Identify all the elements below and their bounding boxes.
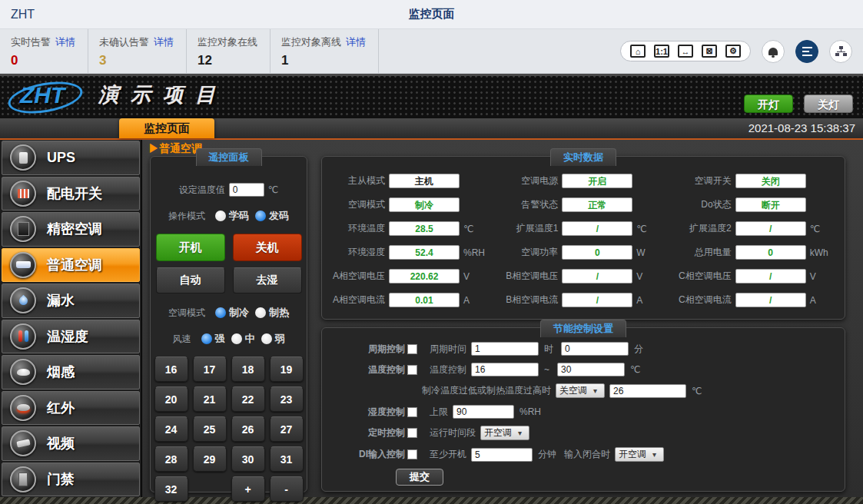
temp-button-32[interactable]: 32 bbox=[154, 476, 188, 502]
min-runtime-input[interactable] bbox=[471, 448, 533, 462]
field-value-box: 正常 bbox=[562, 197, 632, 212]
temp-button-20[interactable]: 20 bbox=[154, 386, 188, 412]
sidebar-item-video[interactable]: 视频 bbox=[2, 426, 140, 461]
fan-speed-options: 强中弱 bbox=[195, 332, 285, 346]
fan-speed-option[interactable]: 中 bbox=[231, 332, 255, 346]
sidebar-item-ups[interactable]: UPS bbox=[2, 141, 140, 175]
project-title: 演示项目 bbox=[98, 81, 227, 108]
temp-button-18[interactable]: 18 bbox=[231, 356, 265, 382]
home-icon[interactable]: ⌂ bbox=[630, 45, 646, 58]
stat-label: 实时告警 bbox=[11, 36, 51, 48]
radio-icon bbox=[255, 211, 266, 221]
cycle-hours-input[interactable] bbox=[471, 342, 539, 356]
temp-button-30[interactable]: 30 bbox=[231, 446, 265, 472]
light-on-button[interactable]: 开灯 bbox=[744, 94, 793, 113]
realtime-field: 总用电量0kWh bbox=[669, 240, 841, 264]
bell-button[interactable] bbox=[762, 40, 785, 63]
temp-exceed-action-select[interactable]: 关空调 bbox=[556, 383, 605, 398]
sidebar-item-door[interactable]: 门禁 bbox=[2, 463, 140, 497]
temp-button-29[interactable]: 29 bbox=[193, 446, 227, 472]
sidebar-item-infrared[interactable]: 红外 bbox=[2, 391, 140, 426]
temp-button-17[interactable]: 17 bbox=[193, 356, 227, 382]
dehumidify-button[interactable]: 去湿 bbox=[233, 267, 302, 293]
ac-mode-option[interactable]: 制热 bbox=[255, 306, 289, 320]
temp-max-input[interactable] bbox=[557, 363, 625, 376]
ac-mode-option[interactable]: 制冷 bbox=[215, 306, 249, 320]
sidebar-item-water-leak[interactable]: 漏水 bbox=[2, 284, 140, 318]
temp-exceed-input[interactable] bbox=[609, 384, 686, 398]
stat-item-3: 监控对象离线详情1 bbox=[271, 29, 379, 73]
run-period-select[interactable]: 开空调 bbox=[480, 426, 529, 440]
sidebar-item-precision-ac[interactable]: 精密空调 bbox=[2, 212, 140, 247]
stat-value: 12 bbox=[197, 53, 257, 68]
timer-control-row: 定时控制 运行时间段 开空调 bbox=[353, 426, 845, 440]
timer-control-checkbox[interactable] bbox=[407, 428, 417, 438]
cycle-control-checkbox[interactable] bbox=[407, 344, 417, 354]
light-off-button[interactable]: 关灯 bbox=[804, 94, 853, 113]
set-temp-input[interactable] bbox=[229, 183, 264, 197]
temp-control-checkbox[interactable] bbox=[407, 365, 417, 375]
radio-icon bbox=[215, 211, 226, 221]
alarm-list-button[interactable] bbox=[795, 40, 818, 63]
field-label: 告警状态 bbox=[495, 198, 558, 211]
zht-logo: ZHT bbox=[12, 82, 72, 108]
op-mode-option[interactable]: 学码 bbox=[215, 209, 249, 223]
detail-link[interactable]: 详情 bbox=[154, 36, 174, 48]
temp-button-27[interactable]: 27 bbox=[270, 416, 304, 442]
stat-label: 监控对象离线 bbox=[281, 36, 341, 48]
auto-button[interactable]: 自动 bbox=[156, 267, 225, 293]
field-unit: ℃ bbox=[810, 224, 820, 234]
temp-min-input[interactable] bbox=[471, 363, 539, 376]
humidity-control-row: 湿度控制 上限 %RH bbox=[353, 405, 845, 419]
sidebar-item-temp-humidity[interactable]: 温湿度 bbox=[2, 320, 140, 354]
tab-monitor-page[interactable]: 监控页面 bbox=[119, 118, 214, 138]
field-label: 环境湿度 bbox=[322, 246, 385, 259]
temp-button-16[interactable]: 16 bbox=[154, 356, 188, 382]
radio-icon bbox=[201, 333, 212, 344]
gear-icon[interactable]: ⚙ bbox=[725, 45, 741, 58]
temp-button-31[interactable]: 31 bbox=[270, 446, 304, 472]
power-off-button[interactable]: 关机 bbox=[233, 234, 302, 261]
humidity-control-checkbox[interactable] bbox=[407, 407, 417, 417]
field-unit: V bbox=[636, 271, 642, 282]
door-access-icon bbox=[10, 466, 36, 492]
set-temp-row: 设定温度值 ℃ bbox=[151, 183, 307, 197]
op-mode-option[interactable]: 发码 bbox=[255, 209, 289, 223]
one-to-one-icon[interactable]: 1:1 bbox=[654, 45, 669, 58]
temp-button-22[interactable]: 22 bbox=[231, 386, 265, 412]
temp-button-19[interactable]: 19 bbox=[270, 356, 304, 382]
fit-width-icon[interactable]: ↔ bbox=[678, 45, 693, 58]
temp-button-23[interactable]: 23 bbox=[270, 386, 304, 412]
di-input-control-checkbox[interactable] bbox=[407, 449, 417, 459]
fullscreen-icon[interactable]: ⊠ bbox=[702, 45, 717, 58]
fan-speed-option[interactable]: 强 bbox=[201, 332, 225, 346]
realtime-field: B相空调电压/V bbox=[495, 264, 668, 288]
humidity-limit-input[interactable] bbox=[453, 405, 514, 419]
sidebar-item-power-switch[interactable]: 配电开关 bbox=[2, 177, 140, 211]
realtime-column-1: 空调电源开启告警状态正常扩展温度1/℃空调功率0WB相空调电压/VB相空调电流/… bbox=[495, 169, 668, 319]
temp-button-+[interactable]: + bbox=[231, 476, 265, 502]
sidebar-item-normal-ac[interactable]: 普通空调 bbox=[2, 248, 140, 283]
sidebar-item-smoke[interactable]: 烟感 bbox=[2, 355, 140, 390]
cycle-minutes-input[interactable] bbox=[561, 342, 629, 356]
temp-button-26[interactable]: 26 bbox=[231, 416, 265, 442]
field-label: 扩展温度1 bbox=[495, 222, 558, 235]
field-value-box: / bbox=[562, 221, 632, 236]
set-temp-unit: ℃ bbox=[268, 184, 278, 195]
power-on-button[interactable]: 开机 bbox=[156, 234, 225, 261]
temp-button-28[interactable]: 28 bbox=[154, 446, 188, 472]
input-closed-select[interactable]: 开空调 bbox=[615, 447, 664, 462]
submit-button[interactable]: 提交 bbox=[396, 469, 443, 486]
fan-speed-option[interactable]: 弱 bbox=[261, 332, 285, 346]
tab-bar: 监控页面 2021-08-23 15:38:37 bbox=[0, 118, 863, 140]
view-tool-pill: ⌂1:1↔⊠⚙ bbox=[620, 41, 751, 61]
temp-button-21[interactable]: 21 bbox=[193, 386, 227, 412]
topology-button[interactable] bbox=[829, 40, 852, 63]
temp-button--[interactable]: - bbox=[270, 476, 304, 502]
logo: ZHT 演示项目 bbox=[12, 81, 227, 108]
detail-link[interactable]: 详情 bbox=[346, 36, 366, 48]
realtime-field: 空调功率0W bbox=[495, 240, 668, 264]
temp-button-25[interactable]: 25 bbox=[193, 416, 227, 442]
detail-link[interactable]: 详情 bbox=[55, 36, 75, 48]
temp-button-24[interactable]: 24 bbox=[154, 416, 188, 442]
